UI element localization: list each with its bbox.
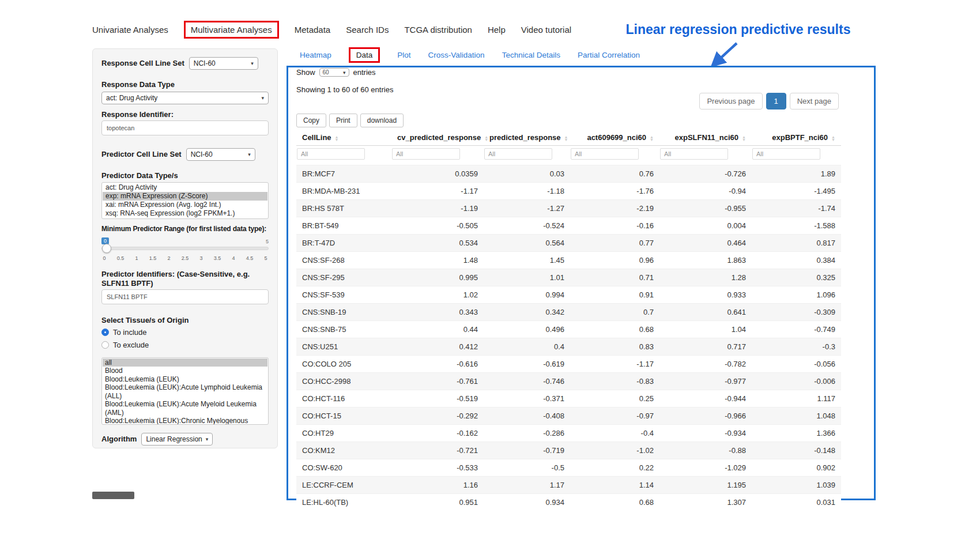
slider-track[interactable] <box>101 247 269 250</box>
tissue-origin-option-to-exclude[interactable]: To exclude <box>101 339 269 350</box>
sidebar-panel: Response Cell Line Set NCI-60 ▾ Response… <box>92 48 278 448</box>
nav-item-univariate-analyses[interactable]: Univariate Analyses <box>92 25 168 35</box>
tissue-option[interactable]: all <box>103 358 267 367</box>
tab-heatmap[interactable]: Heatmap <box>300 51 331 59</box>
cell-value: 0.7 <box>570 304 659 321</box>
cell-value: -0.309 <box>752 304 841 321</box>
column-header-act609699-nci60[interactable]: act609699_nci60▲▼ <box>570 130 659 146</box>
slider-tick-label: 0 <box>103 255 105 261</box>
cell-value: -0.955 <box>659 200 752 217</box>
tab-data[interactable]: Data <box>349 47 380 63</box>
tissue-listbox[interactable]: allBloodBlood:Leukemia (LEUK)Blood:Leuke… <box>101 357 269 425</box>
table-row[interactable]: LE:HL-60(TB)0.9510.9340.681.3070.031 <box>296 494 841 511</box>
algorithm-select[interactable]: Linear Regression ▾ <box>141 433 213 446</box>
table-row[interactable]: CNS:U2510.4120.40.830.717-0.3 <box>296 338 841 356</box>
table-row[interactable]: BR:BT-549-0.505-0.524-0.160.004-1.588 <box>296 217 841 235</box>
response-data-type-select[interactable]: act: Drug Activity ▾ <box>101 92 269 104</box>
filter-input-cellline[interactable] <box>297 148 365 160</box>
cell-value: -0.3 <box>752 338 841 356</box>
minimum-predictor-range-slider[interactable]: 0 5 00.511.522.533.544.55 <box>101 237 269 263</box>
table-row[interactable]: BR:T-47D0.5340.5640.770.4640.817 <box>296 235 841 252</box>
table-row[interactable]: CO:SW-620-0.533-0.50.22-1.0290.902 <box>296 459 841 477</box>
print-button[interactable]: Print <box>329 114 357 127</box>
table-row[interactable]: CNS:SNB-750.440.4960.681.04-0.749 <box>296 321 841 338</box>
column-header-cv-predicted-response[interactable]: cv_predicted_response▲▼ <box>391 130 484 146</box>
table-row[interactable]: CNS:SF-5391.020.9940.910.9331.096 <box>296 286 841 304</box>
column-header-expslfn11-nci60[interactable]: expSLFN11_nci60▲▼ <box>659 130 752 146</box>
filter-input-expslfn11-nci60[interactable] <box>660 148 728 160</box>
predictor-cell-line-set-select[interactable]: NCI-60 ▾ <box>186 148 255 161</box>
tissue-option[interactable]: Blood:Leukemia (LEUK) <box>103 375 267 384</box>
filter-input-cv-predicted-response[interactable] <box>392 148 460 160</box>
nav-item-search-ids[interactable]: Search IDs <box>346 25 389 35</box>
filter-input-act609699-nci60[interactable] <box>571 148 639 160</box>
cell-value: -0.726 <box>659 165 752 183</box>
table-row[interactable]: CNS:SF-2681.481.450.961.8630.384 <box>296 252 841 269</box>
tissue-origin-option-to-include[interactable]: To include <box>101 327 269 338</box>
nav-item-tcga-distribution[interactable]: TCGA distribution <box>404 25 472 35</box>
cell-line-name: CNS:SF-295 <box>296 269 391 286</box>
copy-button[interactable]: Copy <box>296 114 326 127</box>
tab-cross-validation[interactable]: Cross-Validation <box>428 51 485 59</box>
cell-value: 1.02 <box>391 286 484 304</box>
tissue-origin-label: Select Tissue/s of Origin <box>101 316 269 325</box>
table-row[interactable]: CO:HT29-0.162-0.286-0.4-0.9341.366 <box>296 425 841 442</box>
predictor-data-type-option[interactable]: act: Drug Activity <box>103 183 267 192</box>
cell-value: 0.76 <box>570 165 659 183</box>
page-length-select[interactable]: 60 ▾ <box>319 68 349 77</box>
column-header-predicted-response[interactable]: predicted_response▲▼ <box>484 130 570 146</box>
tab-technical-details[interactable]: Technical Details <box>502 51 560 59</box>
nav-item-multivariate-analyses[interactable]: Multivariate Analyses <box>184 21 279 39</box>
tissue-option[interactable]: Blood <box>103 367 267 375</box>
tissue-option[interactable]: Blood:Leukemia (LEUK):Acute Myeloid Leuk… <box>103 400 267 417</box>
slider-max-label: 5 <box>266 239 269 244</box>
slider-handle[interactable] <box>102 244 111 253</box>
response-cell-line-set-select[interactable]: NCI-60 ▾ <box>189 57 258 70</box>
next-page-button[interactable]: Next page <box>790 93 839 110</box>
result-tabs: HeatmapDataPlotCross-ValidationTechnical… <box>300 47 640 63</box>
cell-value: 1.14 <box>570 477 659 494</box>
cell-value: 0.933 <box>659 286 752 304</box>
chevron-down-icon: ▾ <box>261 95 264 101</box>
table-row[interactable]: CNS:SNB-190.3430.3420.70.641-0.309 <box>296 304 841 321</box>
cell-value: -0.719 <box>484 442 570 459</box>
table-row[interactable]: CO:KM12-0.721-0.719-1.02-0.88-0.148 <box>296 442 841 459</box>
table-row[interactable]: CO:COLO 205-0.616-0.619-1.17-0.782-0.056 <box>296 356 841 373</box>
table-row[interactable]: BR:MCF70.03590.030.76-0.7261.89 <box>296 165 841 183</box>
table-row[interactable]: CO:HCC-2998-0.761-0.746-0.83-0.977-0.006 <box>296 373 841 390</box>
tab-plot[interactable]: Plot <box>397 51 410 59</box>
page-number-button[interactable]: 1 <box>766 93 786 110</box>
nav-item-help[interactable]: Help <box>488 25 506 35</box>
table-row[interactable]: CNS:SF-2950.9951.010.711.280.325 <box>296 269 841 286</box>
nav-item-video-tutorial[interactable]: Video tutorial <box>521 25 571 35</box>
cell-value: -0.934 <box>659 425 752 442</box>
table-row[interactable]: CO:HCT-116-0.519-0.3710.25-0.9441.117 <box>296 390 841 407</box>
table-row[interactable]: BR:HS 578T-1.19-1.27-2.19-0.955-1.74 <box>296 200 841 217</box>
filter-input-expbptf-nci60[interactable] <box>752 148 820 160</box>
predictor-cell-line-set-label: Predictor Cell Line Set <box>101 150 182 159</box>
download-button[interactable]: download <box>360 114 404 127</box>
cell-value: 0.384 <box>752 252 841 269</box>
predictor-data-type-option[interactable]: xsq: RNA-seq Expression (log2 FPKM+1.) <box>103 209 267 218</box>
tissue-option[interactable]: Blood:Leukemia (LEUK):Chronic Myelogenou… <box>103 417 267 425</box>
column-header-expbptf-nci60[interactable]: expBPTF_nci60▲▼ <box>752 130 841 146</box>
predictor-data-type-option[interactable]: xai: mRNA Expression (Avg. log2 Int.) <box>103 201 267 209</box>
table-row[interactable]: CO:HCT-15-0.292-0.408-0.97-0.9661.048 <box>296 407 841 425</box>
cell-value: -1.588 <box>752 217 841 235</box>
predictor-data-types-listbox[interactable]: act: Drug Activityexp: mRNA Expression (… <box>101 182 269 219</box>
nav-item-metadata[interactable]: Metadata <box>295 25 331 35</box>
previous-page-button[interactable]: Previous page <box>699 93 762 110</box>
table-row[interactable]: BR:MDA-MB-231-1.17-1.18-1.76-0.94-1.495 <box>296 183 841 200</box>
tab-partial-correlation[interactable]: Partial Correlation <box>578 51 640 59</box>
column-header-cellline[interactable]: CellLine▲▼ <box>296 130 391 146</box>
predictor-data-type-option[interactable]: exp: mRNA Expression (Z-Score) <box>103 192 267 201</box>
response-identifier-input[interactable] <box>101 120 269 135</box>
cell-value: 0.412 <box>391 338 484 356</box>
tissue-option[interactable]: Blood:Leukemia (LEUK):Acute Lymphoid Leu… <box>103 383 267 400</box>
table-row[interactable]: LE:CCRF-CEM1.161.171.141.1951.039 <box>296 477 841 494</box>
cell-value: 1.17 <box>484 477 570 494</box>
slider-tick-label: 1.5 <box>149 255 157 261</box>
cell-line-name: LE:HL-60(TB) <box>296 494 391 511</box>
predictor-identifiers-input[interactable] <box>101 289 269 304</box>
filter-input-predicted-response[interactable] <box>484 148 552 160</box>
